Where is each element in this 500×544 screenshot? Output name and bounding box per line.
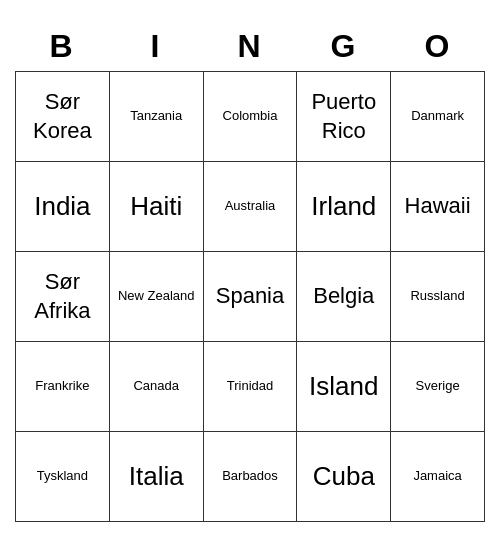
bingo-cell: Hawaii [391, 162, 485, 252]
cell-text: Jamaica [413, 468, 461, 485]
cell-text: Tyskland [37, 468, 88, 485]
bingo-cell: Haiti [110, 162, 204, 252]
cell-text: Barbados [222, 468, 278, 485]
bingo-cell: Island [297, 342, 391, 432]
bingo-card: BINGO Sør KoreaTanzaniaColombiaPuerto Ri… [15, 22, 485, 522]
cell-text: Sør Korea [20, 88, 105, 145]
bingo-cell: Tyskland [16, 432, 110, 522]
header-letter: O [391, 22, 485, 71]
header-letter: I [109, 22, 203, 71]
bingo-cell: Cuba [297, 432, 391, 522]
cell-text: Spania [216, 282, 285, 311]
cell-text: Sverige [416, 378, 460, 395]
bingo-cell: Italia [110, 432, 204, 522]
bingo-cell: Danmark [391, 72, 485, 162]
cell-text: Italia [129, 460, 184, 494]
bingo-cell: Puerto Rico [297, 72, 391, 162]
bingo-header: BINGO [15, 22, 485, 71]
header-letter: N [203, 22, 297, 71]
cell-text: Irland [311, 190, 376, 224]
cell-text: Island [309, 370, 378, 404]
bingo-cell: Tanzania [110, 72, 204, 162]
cell-text: Haiti [130, 190, 182, 224]
cell-text: Hawaii [405, 192, 471, 221]
cell-text: Trinidad [227, 378, 273, 395]
cell-text: India [34, 190, 90, 224]
cell-text: Sør Afrika [20, 268, 105, 325]
bingo-cell: Australia [204, 162, 298, 252]
bingo-cell: Sør Korea [16, 72, 110, 162]
cell-text: Tanzania [130, 108, 182, 125]
cell-text: Australia [225, 198, 276, 215]
bingo-cell: Sør Afrika [16, 252, 110, 342]
header-letter: B [15, 22, 109, 71]
bingo-cell: Belgia [297, 252, 391, 342]
bingo-cell: Irland [297, 162, 391, 252]
bingo-cell: Trinidad [204, 342, 298, 432]
bingo-cell: Barbados [204, 432, 298, 522]
cell-text: Frankrike [35, 378, 89, 395]
cell-text: Cuba [313, 460, 375, 494]
cell-text: Puerto Rico [301, 88, 386, 145]
bingo-cell: Jamaica [391, 432, 485, 522]
cell-text: Danmark [411, 108, 464, 125]
cell-text: New Zealand [118, 288, 195, 305]
cell-text: Belgia [313, 282, 374, 311]
bingo-cell: Spania [204, 252, 298, 342]
bingo-cell: New Zealand [110, 252, 204, 342]
cell-text: Russland [410, 288, 464, 305]
bingo-cell: India [16, 162, 110, 252]
bingo-grid: Sør KoreaTanzaniaColombiaPuerto RicoDanm… [15, 71, 485, 522]
bingo-cell: Russland [391, 252, 485, 342]
cell-text: Colombia [223, 108, 278, 125]
header-letter: G [297, 22, 391, 71]
bingo-cell: Canada [110, 342, 204, 432]
bingo-cell: Sverige [391, 342, 485, 432]
bingo-cell: Frankrike [16, 342, 110, 432]
bingo-cell: Colombia [204, 72, 298, 162]
cell-text: Canada [133, 378, 179, 395]
